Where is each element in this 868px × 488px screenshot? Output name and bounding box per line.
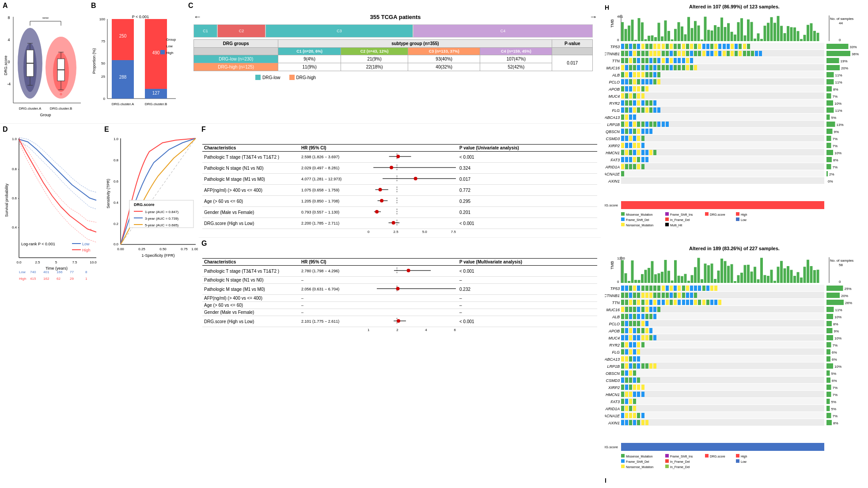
svg-rect-692 bbox=[621, 370, 824, 376]
svg-point-80 bbox=[380, 199, 383, 202]
svg-rect-336 bbox=[625, 114, 628, 120]
svg-rect-223 bbox=[743, 51, 746, 56]
svg-text:0%: 0% bbox=[828, 179, 833, 183]
xlabel-a: Group bbox=[40, 113, 51, 117]
svg-rect-236 bbox=[645, 58, 648, 63]
svg-rect-127 bbox=[720, 18, 723, 41]
svg-text:0.25: 0.25 bbox=[138, 247, 145, 251]
svg-text:0.75: 0.75 bbox=[181, 247, 188, 251]
svg-rect-299 bbox=[637, 86, 640, 92]
svg-rect-337 bbox=[629, 114, 632, 120]
svg-text:0: 0 bbox=[103, 97, 106, 101]
svg-rect-627 bbox=[649, 314, 652, 319]
svg-rect-195 bbox=[629, 51, 632, 56]
svg-rect-488 bbox=[674, 260, 677, 283]
svg-rect-188 bbox=[739, 44, 742, 49]
svg-rect-625 bbox=[641, 314, 644, 319]
svg-rect-476 bbox=[634, 280, 637, 283]
svg-rect-106 bbox=[651, 35, 654, 41]
svg-rect-226 bbox=[755, 51, 758, 56]
svg-rect-388 bbox=[649, 150, 652, 155]
svg-rect-267 bbox=[690, 65, 693, 70]
svg-rect-131 bbox=[734, 34, 736, 41]
svg-rect-457 bbox=[705, 212, 709, 216]
svg-rect-190 bbox=[747, 44, 750, 49]
svg-rect-556 bbox=[710, 286, 713, 291]
svg-rect-254 bbox=[637, 65, 640, 70]
svg-rect-166 bbox=[649, 44, 652, 49]
svg-rect-525 bbox=[797, 272, 800, 283]
svg-rect-345 bbox=[637, 122, 640, 127]
svg-rect-502 bbox=[720, 259, 723, 283]
svg-rect-659 bbox=[621, 341, 824, 348]
svg-rect-253 bbox=[633, 65, 636, 70]
legend-drg-high-box bbox=[289, 75, 295, 80]
svg-rect-275 bbox=[637, 72, 640, 77]
svg-rect-539 bbox=[641, 286, 644, 291]
svg-rect-597 bbox=[686, 300, 689, 305]
svg-rect-473 bbox=[625, 273, 627, 283]
svg-text:0.6: 0.6 bbox=[114, 179, 119, 183]
svg-rect-342 bbox=[625, 122, 628, 127]
svg-rect-557 bbox=[714, 286, 717, 291]
svg-rect-361 bbox=[645, 129, 648, 134]
svg-text:0.8: 0.8 bbox=[114, 158, 119, 162]
svg-rect-416 bbox=[826, 58, 839, 63]
svg-rect-631 bbox=[621, 321, 624, 326]
t4-high: 1 bbox=[85, 277, 87, 281]
svg-text:DRG.score: DRG.score bbox=[710, 213, 725, 216]
svg-rect-276 bbox=[641, 72, 644, 77]
t2-high: 62 bbox=[57, 277, 61, 281]
table-low-label: Low bbox=[19, 270, 26, 274]
svg-rect-555 bbox=[706, 286, 709, 291]
forest-g-row-5: Gender (Male vs Female)–– bbox=[202, 309, 597, 316]
svg-rect-198 bbox=[641, 51, 644, 56]
svg-rect-381 bbox=[621, 150, 624, 155]
svg-rect-518 bbox=[773, 281, 776, 283]
svg-rect-259 bbox=[657, 65, 660, 70]
xaxis-a2: DRG.cluster.B bbox=[50, 107, 72, 111]
svg-rect-497 bbox=[704, 263, 707, 283]
svg-rect-297 bbox=[629, 86, 632, 92]
svg-rect-737 bbox=[629, 413, 632, 418]
svg-rect-483 bbox=[658, 273, 660, 283]
svg-rect-446 bbox=[826, 164, 831, 169]
svg-rect-420 bbox=[826, 72, 834, 77]
ylabel-a: DRG.score bbox=[4, 56, 8, 76]
svg-rect-513 bbox=[757, 279, 760, 283]
forest-table-f: Characteristics HR (95% CI) P value (Uni… bbox=[202, 144, 597, 229]
svg-rect-687 bbox=[637, 363, 640, 369]
svg-rect-770 bbox=[826, 356, 830, 362]
svg-text:Frame_Shift_Del: Frame_Shift_Del bbox=[626, 218, 649, 222]
svg-text:CTNNB1: CTNNB1 bbox=[605, 52, 620, 56]
svg-rect-472 bbox=[621, 260, 624, 283]
svg-rect-286 bbox=[633, 79, 636, 84]
forest-g-row-3: AFP(ng/ml) (> 400 vs <= 400)–– bbox=[202, 295, 597, 302]
svg-text:8%: 8% bbox=[833, 158, 838, 162]
g-hr-0: 2.780 (1.798 − 4.296) bbox=[299, 266, 366, 277]
svg-text:APOB: APOB bbox=[608, 87, 620, 92]
svg-rect-430 bbox=[826, 107, 834, 113]
svg-rect-312 bbox=[621, 100, 624, 106]
legend-1yr: 1-year (AUC = 0.847) bbox=[145, 210, 179, 214]
svg-rect-799 bbox=[621, 459, 625, 463]
subtype-c2: C2 bbox=[217, 24, 265, 38]
svg-rect-622 bbox=[629, 314, 632, 319]
svg-rect-678 bbox=[629, 356, 632, 362]
svg-rect-520 bbox=[780, 261, 783, 283]
svg-rect-181 bbox=[710, 44, 713, 49]
g-char-6: DRG.score (High vs Low) bbox=[202, 316, 299, 327]
svg-text:11%: 11% bbox=[835, 109, 842, 113]
svg-text:MUC4: MUC4 bbox=[608, 336, 620, 340]
panel-a-label: A bbox=[3, 2, 8, 10]
t1-low: 401 bbox=[43, 270, 49, 274]
svg-rect-373 bbox=[621, 143, 624, 148]
svg-rect-352 bbox=[666, 122, 669, 127]
svg-rect-762 bbox=[826, 328, 833, 333]
svg-text:In_Frame_Del: In_Frame_Del bbox=[670, 460, 690, 464]
svg-rect-486 bbox=[667, 271, 670, 283]
svg-point-74 bbox=[414, 177, 417, 180]
svg-rect-696 bbox=[629, 370, 632, 376]
svg-rect-278 bbox=[649, 72, 652, 77]
svg-rect-244 bbox=[678, 58, 681, 63]
